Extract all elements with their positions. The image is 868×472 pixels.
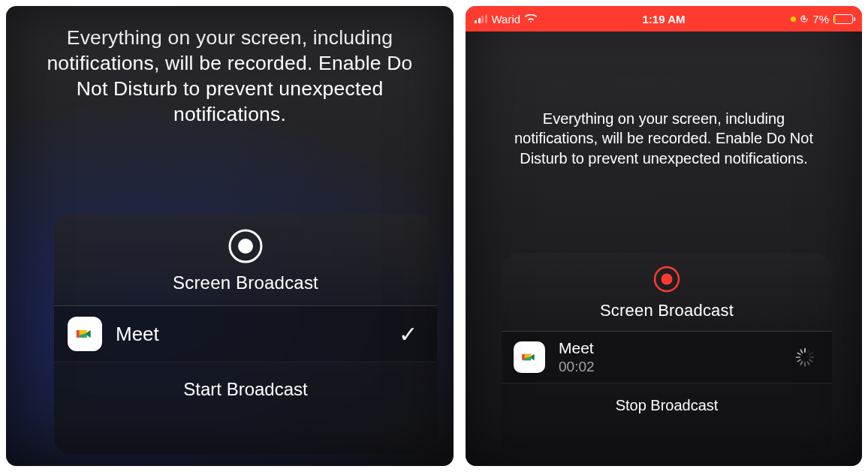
recording-warning-text: Everything on your screen, including not… <box>6 6 454 128</box>
svg-rect-7 <box>806 349 810 353</box>
sheet-title: Screen Broadcast <box>502 301 832 320</box>
stop-broadcast-button[interactable]: Stop Broadcast <box>502 383 832 429</box>
sheet-header: Screen Broadcast <box>502 253 832 332</box>
battery-fill <box>834 15 836 23</box>
svg-rect-12 <box>804 362 806 366</box>
svg-rect-16 <box>797 352 801 356</box>
svg-rect-10 <box>809 359 813 362</box>
svg-rect-9 <box>809 356 814 358</box>
broadcast-app-row-meet[interactable]: Meet 00:02 <box>502 332 832 383</box>
broadcast-sheet: Screen Broadcast Meet ✓ Start Broadcast <box>54 214 437 454</box>
status-time: 1:19 AM <box>466 13 862 26</box>
svg-rect-11 <box>806 361 810 365</box>
svg-rect-14 <box>797 359 801 362</box>
spinner-icon <box>794 347 815 368</box>
svg-rect-8 <box>809 352 813 356</box>
sheet-title: Screen Broadcast <box>54 272 437 293</box>
sheet-header: Screen Broadcast <box>54 214 437 306</box>
svg-point-5 <box>661 273 672 284</box>
record-active-icon <box>651 263 683 295</box>
svg-rect-17 <box>800 349 803 353</box>
svg-rect-15 <box>796 356 800 358</box>
screenshot-right: Warid 1:19 AM 7% Everything on your scre… <box>466 6 862 466</box>
google-meet-icon <box>514 341 545 373</box>
svg-point-1 <box>238 239 253 254</box>
screenshot-left: Everything on your screen, including not… <box>6 6 454 466</box>
recording-warning-text: Everything on your screen, including not… <box>466 32 862 168</box>
battery-icon <box>833 14 853 24</box>
broadcast-app-name: Meet <box>559 339 595 357</box>
broadcast-elapsed-time: 00:02 <box>559 359 595 375</box>
status-bar: Warid 1:19 AM 7% <box>466 6 862 32</box>
record-icon <box>227 227 264 265</box>
broadcast-app-row-meet[interactable]: Meet ✓ <box>54 306 437 362</box>
broadcast-sheet: Screen Broadcast Meet 00:02 <box>502 253 832 454</box>
broadcast-app-name: Meet <box>116 323 159 346</box>
checkmark-icon: ✓ <box>399 321 417 347</box>
svg-rect-6 <box>804 348 806 353</box>
svg-rect-13 <box>800 361 803 365</box>
start-broadcast-button[interactable]: Start Broadcast <box>54 362 437 418</box>
google-meet-icon <box>68 317 102 351</box>
